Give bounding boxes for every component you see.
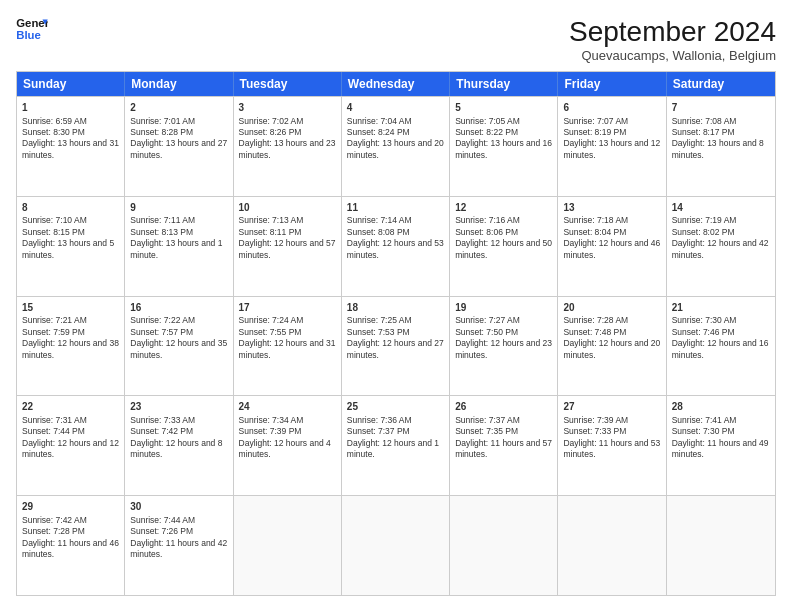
calendar-cell: 26Sunrise: 7:37 AMSunset: 7:35 PMDayligh…: [450, 396, 558, 495]
day-number: 28: [672, 400, 770, 414]
calendar-week: 8Sunrise: 7:10 AMSunset: 8:15 PMDaylight…: [17, 196, 775, 296]
day-number: 20: [563, 301, 660, 315]
sunrise-text: Sunrise: 7:11 AM: [130, 215, 195, 225]
sunrise-text: Sunrise: 7:22 AM: [130, 315, 195, 325]
daylight-text: Daylight: 12 hours and 16 minutes.: [672, 338, 769, 359]
sunrise-text: Sunrise: 7:44 AM: [130, 515, 195, 525]
calendar-cell: 3Sunrise: 7:02 AMSunset: 8:26 PMDaylight…: [234, 97, 342, 196]
calendar-body: 1Sunrise: 6:59 AMSunset: 8:30 PMDaylight…: [17, 96, 775, 595]
day-number: 15: [22, 301, 119, 315]
daylight-text: Daylight: 12 hours and 12 minutes.: [22, 438, 119, 459]
day-number: 24: [239, 400, 336, 414]
sunset-text: Sunset: 7:33 PM: [563, 426, 626, 436]
sunset-text: Sunset: 7:30 PM: [672, 426, 735, 436]
day-number: 21: [672, 301, 770, 315]
sunrise-text: Sunrise: 7:36 AM: [347, 415, 412, 425]
daylight-text: Daylight: 13 hours and 27 minutes.: [130, 138, 227, 159]
calendar-cell: 2Sunrise: 7:01 AMSunset: 8:28 PMDaylight…: [125, 97, 233, 196]
svg-text:Blue: Blue: [16, 29, 41, 41]
calendar-cell: 24Sunrise: 7:34 AMSunset: 7:39 PMDayligh…: [234, 396, 342, 495]
sunset-text: Sunset: 8:26 PM: [239, 127, 302, 137]
header: General Blue September 2024 Quevaucamps,…: [16, 16, 776, 63]
calendar-cell: 19Sunrise: 7:27 AMSunset: 7:50 PMDayligh…: [450, 297, 558, 396]
calendar-cell: 1Sunrise: 6:59 AMSunset: 8:30 PMDaylight…: [17, 97, 125, 196]
calendar-cell: 7Sunrise: 7:08 AMSunset: 8:17 PMDaylight…: [667, 97, 775, 196]
location: Quevaucamps, Wallonia, Belgium: [569, 48, 776, 63]
daylight-text: Daylight: 12 hours and 57 minutes.: [239, 238, 336, 259]
day-number: 2: [130, 101, 227, 115]
sunrise-text: Sunrise: 7:33 AM: [130, 415, 195, 425]
weekday-header: Monday: [125, 72, 233, 96]
day-number: 27: [563, 400, 660, 414]
sunset-text: Sunset: 8:11 PM: [239, 227, 302, 237]
calendar-cell: 28Sunrise: 7:41 AMSunset: 7:30 PMDayligh…: [667, 396, 775, 495]
calendar-cell: 29Sunrise: 7:42 AMSunset: 7:28 PMDayligh…: [17, 496, 125, 595]
sunrise-text: Sunrise: 7:31 AM: [22, 415, 87, 425]
weekday-header: Saturday: [667, 72, 775, 96]
sunrise-text: Sunrise: 7:37 AM: [455, 415, 520, 425]
day-number: 30: [130, 500, 227, 514]
sunset-text: Sunset: 8:06 PM: [455, 227, 518, 237]
daylight-text: Daylight: 11 hours and 46 minutes.: [22, 538, 119, 559]
sunrise-text: Sunrise: 7:01 AM: [130, 116, 195, 126]
sunset-text: Sunset: 8:22 PM: [455, 127, 518, 137]
daylight-text: Daylight: 12 hours and 23 minutes.: [455, 338, 552, 359]
calendar-header-row: SundayMondayTuesdayWednesdayThursdayFrid…: [17, 72, 775, 96]
day-number: 12: [455, 201, 552, 215]
day-number: 26: [455, 400, 552, 414]
calendar-cell: 14Sunrise: 7:19 AMSunset: 8:02 PMDayligh…: [667, 197, 775, 296]
sunset-text: Sunset: 7:37 PM: [347, 426, 410, 436]
calendar-week: 1Sunrise: 6:59 AMSunset: 8:30 PMDaylight…: [17, 96, 775, 196]
calendar-cell: 5Sunrise: 7:05 AMSunset: 8:22 PMDaylight…: [450, 97, 558, 196]
daylight-text: Daylight: 12 hours and 46 minutes.: [563, 238, 660, 259]
calendar-cell: 9Sunrise: 7:11 AMSunset: 8:13 PMDaylight…: [125, 197, 233, 296]
sunset-text: Sunset: 7:42 PM: [130, 426, 193, 436]
day-number: 13: [563, 201, 660, 215]
month-title: September 2024: [569, 16, 776, 48]
sunrise-text: Sunrise: 6:59 AM: [22, 116, 87, 126]
day-number: 19: [455, 301, 552, 315]
day-number: 4: [347, 101, 444, 115]
sunrise-text: Sunrise: 7:27 AM: [455, 315, 520, 325]
sunset-text: Sunset: 8:19 PM: [563, 127, 626, 137]
day-number: 16: [130, 301, 227, 315]
weekday-header: Sunday: [17, 72, 125, 96]
calendar-cell: 27Sunrise: 7:39 AMSunset: 7:33 PMDayligh…: [558, 396, 666, 495]
sunrise-text: Sunrise: 7:05 AM: [455, 116, 520, 126]
day-number: 7: [672, 101, 770, 115]
day-number: 10: [239, 201, 336, 215]
day-number: 9: [130, 201, 227, 215]
calendar-cell: 22Sunrise: 7:31 AMSunset: 7:44 PMDayligh…: [17, 396, 125, 495]
calendar-cell: 16Sunrise: 7:22 AMSunset: 7:57 PMDayligh…: [125, 297, 233, 396]
daylight-text: Daylight: 12 hours and 8 minutes.: [130, 438, 222, 459]
daylight-text: Daylight: 12 hours and 50 minutes.: [455, 238, 552, 259]
sunset-text: Sunset: 8:02 PM: [672, 227, 735, 237]
sunset-text: Sunset: 8:30 PM: [22, 127, 85, 137]
daylight-text: Daylight: 11 hours and 42 minutes.: [130, 538, 227, 559]
weekday-header: Friday: [558, 72, 666, 96]
weekday-header: Wednesday: [342, 72, 450, 96]
day-number: 25: [347, 400, 444, 414]
daylight-text: Daylight: 13 hours and 23 minutes.: [239, 138, 336, 159]
sunset-text: Sunset: 8:08 PM: [347, 227, 410, 237]
sunset-text: Sunset: 8:17 PM: [672, 127, 735, 137]
sunrise-text: Sunrise: 7:10 AM: [22, 215, 87, 225]
day-number: 5: [455, 101, 552, 115]
sunset-text: Sunset: 7:59 PM: [22, 327, 85, 337]
daylight-text: Daylight: 12 hours and 4 minutes.: [239, 438, 331, 459]
daylight-text: Daylight: 13 hours and 20 minutes.: [347, 138, 444, 159]
sunset-text: Sunset: 8:15 PM: [22, 227, 85, 237]
day-number: 29: [22, 500, 119, 514]
day-number: 14: [672, 201, 770, 215]
daylight-text: Daylight: 12 hours and 31 minutes.: [239, 338, 336, 359]
calendar-cell: [234, 496, 342, 595]
daylight-text: Daylight: 11 hours and 57 minutes.: [455, 438, 552, 459]
daylight-text: Daylight: 11 hours and 53 minutes.: [563, 438, 660, 459]
sunset-text: Sunset: 7:53 PM: [347, 327, 410, 337]
calendar-cell: 12Sunrise: 7:16 AMSunset: 8:06 PMDayligh…: [450, 197, 558, 296]
calendar-cell: 17Sunrise: 7:24 AMSunset: 7:55 PMDayligh…: [234, 297, 342, 396]
calendar-cell: 23Sunrise: 7:33 AMSunset: 7:42 PMDayligh…: [125, 396, 233, 495]
sunrise-text: Sunrise: 7:08 AM: [672, 116, 737, 126]
calendar-week: 29Sunrise: 7:42 AMSunset: 7:28 PMDayligh…: [17, 495, 775, 595]
sunset-text: Sunset: 7:39 PM: [239, 426, 302, 436]
